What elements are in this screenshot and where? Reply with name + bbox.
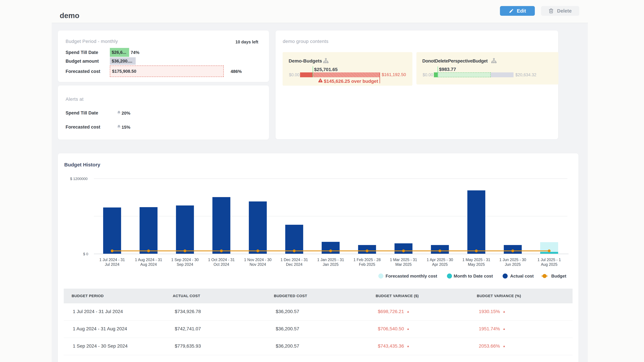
svg-text:Nov 2024: Nov 2024 [250,262,266,267]
svg-text:1 Dec 2024 - 31: 1 Dec 2024 - 31 [280,258,308,262]
svg-text:1 Jun 2025 - 30: 1 Jun 2025 - 30 [499,258,526,262]
svg-text:Jan 2025: Jan 2025 [323,262,338,267]
svg-text:1 Mar 2025 - 31: 1 Mar 2025 - 31 [390,258,417,262]
svg-text:1 Jan 2025 - 31: 1 Jan 2025 - 31 [317,258,344,262]
svg-text:1 Jul 2025 - 1: 1 Jul 2025 - 1 [538,258,561,262]
svg-text:Jun 2025: Jun 2025 [505,262,521,267]
svg-text:Budget: Budget [551,274,566,279]
svg-text:Mar 2025: Mar 2025 [395,262,412,267]
svg-text:$ 1200000: $ 1200000 [70,177,88,181]
svg-text:Jul 2024: Jul 2024 [105,262,120,267]
svg-text:Feb 2025: Feb 2025 [359,262,375,267]
svg-text:1 Aug 2024 - 31: 1 Aug 2024 - 31 [135,258,162,262]
svg-text:Aug 2024: Aug 2024 [140,262,157,267]
svg-text:Apr 2025: Apr 2025 [432,262,448,267]
svg-text:Aug 2025: Aug 2025 [541,262,557,267]
svg-text:May 2025: May 2025 [468,262,485,267]
svg-text:Dec 2024: Dec 2024 [286,262,302,267]
svg-text:Sep 2024: Sep 2024 [177,262,193,267]
svg-text:1 May 2025 - 31: 1 May 2025 - 31 [462,258,490,262]
svg-text:Month to Date cost: Month to Date cost [454,274,493,279]
svg-text:1 Nov 2024 - 30: 1 Nov 2024 - 30 [244,258,272,262]
svg-text:Actual cost: Actual cost [510,274,534,279]
svg-text:Oct 2024: Oct 2024 [214,262,229,267]
svg-text:1 Apr 2025 - 30: 1 Apr 2025 - 30 [427,258,453,262]
svg-text:1 Feb 2025 - 28: 1 Feb 2025 - 28 [353,258,380,262]
svg-text:1 Jul 2024 - 31: 1 Jul 2024 - 31 [99,258,125,262]
svg-text:1 Sep 2024 - 30: 1 Sep 2024 - 30 [171,258,199,262]
svg-text:$ 0: $ 0 [83,252,88,256]
svg-text:1 Oct 2024 - 31: 1 Oct 2024 - 31 [208,258,235,262]
svg-text:Forecasted monthly cost: Forecasted monthly cost [386,274,437,279]
